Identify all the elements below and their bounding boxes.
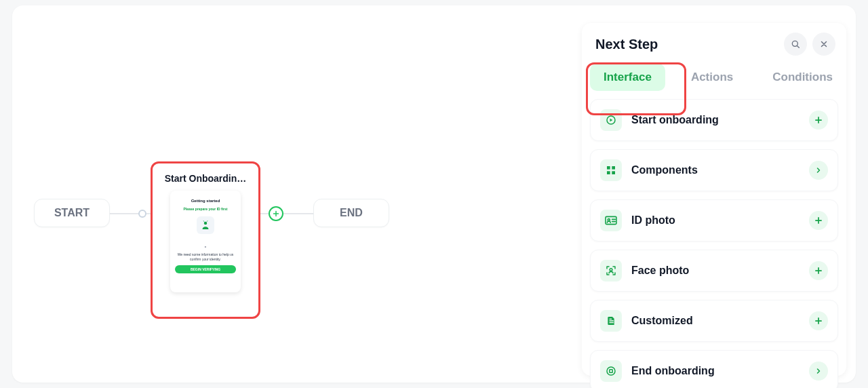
panel-item-label: Customized xyxy=(631,315,809,327)
tab-interface[interactable]: Interface xyxy=(590,64,665,91)
panel-header: Next Step xyxy=(582,23,846,60)
start-node-label: START xyxy=(54,207,90,219)
svg-rect-5 xyxy=(607,171,610,174)
panel-item-start-onboarding[interactable]: Start onboarding xyxy=(590,99,838,141)
svg-point-8 xyxy=(608,219,610,221)
panel-item-label: Start onboarding xyxy=(631,114,809,126)
panel-item-label: End onboarding xyxy=(631,365,809,377)
add-step-button[interactable] xyxy=(269,206,283,221)
panel-item-id-photo[interactable]: ID photo xyxy=(590,199,838,241)
phone-heading: Getting started xyxy=(191,199,220,203)
panel-title: Next Step xyxy=(595,37,658,52)
panel-item-face-photo[interactable]: Face photo xyxy=(590,250,838,292)
svg-point-9 xyxy=(610,269,612,271)
svg-rect-6 xyxy=(612,171,615,174)
panel-actions xyxy=(784,33,835,56)
end-node[interactable]: END xyxy=(313,199,389,227)
phone-body: We need some information to help us conf… xyxy=(174,252,237,261)
svg-rect-3 xyxy=(607,166,610,170)
play-icon xyxy=(600,109,622,131)
expand-button[interactable] xyxy=(809,161,828,180)
idcard-icon xyxy=(600,210,622,231)
search-icon xyxy=(790,39,801,50)
tab-actions[interactable]: Actions xyxy=(677,64,747,91)
tabs-wrap: InterfaceActionsConditions xyxy=(582,60,846,99)
svg-rect-4 xyxy=(612,166,615,170)
end-node-label: END xyxy=(340,207,363,219)
panel-item-customized[interactable]: Customized xyxy=(590,300,838,342)
svg-rect-11 xyxy=(610,370,613,373)
phone-preview: Getting started Please prepare your ID f… xyxy=(170,191,241,292)
search-button[interactable] xyxy=(784,33,807,56)
close-button[interactable] xyxy=(812,33,835,56)
avatar-illustration xyxy=(197,216,214,234)
grid-icon xyxy=(600,159,622,181)
expand-button[interactable] xyxy=(809,362,828,381)
next-step-panel: Next Step InterfaceActionsConditions Sta… xyxy=(582,23,846,376)
workflow-canvas: START Start Onboardin… Getting started P… xyxy=(12,5,856,383)
connector-line xyxy=(107,213,140,214)
tabs: InterfaceActionsConditions xyxy=(590,64,838,91)
panel-item-components[interactable]: Components xyxy=(590,149,838,191)
svg-point-0 xyxy=(204,222,208,225)
add-button[interactable] xyxy=(809,111,828,130)
svg-point-10 xyxy=(607,367,615,375)
flow-card-start-onboarding[interactable]: Start Onboardin… Getting started Please … xyxy=(151,161,260,319)
flow-card-title: Start Onboardin… xyxy=(159,173,252,184)
doc-icon xyxy=(600,310,622,332)
connector-line xyxy=(283,213,313,214)
panel-item-label: Components xyxy=(631,164,809,176)
connector-dot[interactable] xyxy=(138,210,146,218)
start-node[interactable]: START xyxy=(34,199,110,227)
face-icon xyxy=(600,260,622,282)
panel-item-end-onboarding[interactable]: End onboarding xyxy=(590,350,838,388)
svg-point-1 xyxy=(792,41,797,46)
panel-items: Start onboardingComponentsID photoFace p… xyxy=(582,99,846,388)
phone-subheading: Please prepare your ID first xyxy=(183,207,227,211)
phone-begin-button: BEGIN VERIFYING xyxy=(175,265,236,273)
add-button[interactable] xyxy=(809,311,828,330)
panel-item-label: Face photo xyxy=(631,265,809,277)
panel-item-label: ID photo xyxy=(631,214,809,227)
add-button[interactable] xyxy=(809,211,828,230)
stop-icon xyxy=(600,360,622,382)
close-icon xyxy=(819,39,829,49)
add-button[interactable] xyxy=(809,261,828,280)
tab-conditions[interactable]: Conditions xyxy=(759,64,846,91)
pager-dot: • xyxy=(205,244,207,250)
